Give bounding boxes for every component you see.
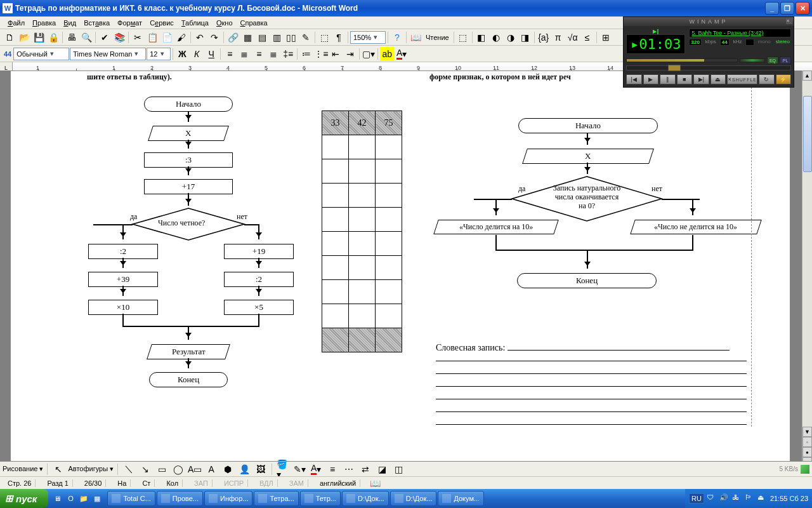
winamp-volume-slider[interactable] (626, 58, 738, 62)
excel-icon[interactable]: ▥ (270, 30, 284, 44)
math2-icon[interactable]: ◐ (489, 30, 503, 44)
task-item[interactable]: Тетр... (300, 491, 341, 506)
numbering-icon[interactable]: ≔ (299, 47, 313, 61)
size-combo[interactable]: 12▾ (147, 48, 171, 60)
draw-menu[interactable]: Рисование ▾ (3, 465, 43, 473)
formula2-icon[interactable]: π (551, 30, 565, 44)
browse-object-icon[interactable]: ● (802, 447, 812, 457)
scroll-down-icon[interactable]: ▼ (802, 427, 812, 437)
undo-icon[interactable]: ↶ (193, 30, 207, 44)
align-right-icon[interactable]: ≡ (252, 47, 266, 61)
menu-file[interactable]: Файл (4, 18, 29, 28)
menu-view[interactable]: Вид (60, 18, 80, 28)
show-marks-icon[interactable]: ¶ (332, 30, 346, 44)
menu-insert[interactable]: Вставка (80, 18, 114, 28)
task-item[interactable]: Тетра... (254, 491, 298, 506)
format-painter-icon[interactable]: 🖌 (174, 30, 188, 44)
shadow-icon[interactable]: ◪ (375, 462, 389, 476)
ql-desktop-icon[interactable]: 🖥 (51, 491, 63, 505)
math3-icon[interactable]: ◑ (504, 30, 518, 44)
tray-clock[interactable]: 21:55 Сб 23 (770, 495, 808, 502)
new-doc-icon[interactable]: 🗋 (3, 30, 16, 44)
task-item[interactable]: D:\Док... (390, 491, 437, 506)
formula1-icon[interactable]: {a} (537, 30, 551, 44)
textbox-icon[interactable]: A▭ (188, 462, 202, 476)
reading-label[interactable]: Чтение (423, 34, 452, 41)
formula3-icon[interactable]: √α (566, 30, 580, 44)
winamp-play-icon[interactable]: ▶ (643, 74, 659, 84)
ql-folder-icon[interactable]: 📁 (77, 491, 90, 505)
align-justify-icon[interactable]: ≣ (266, 47, 280, 61)
start-button[interactable]: ⊞пуск (0, 489, 48, 508)
status-book-icon[interactable]: 📖 (368, 476, 382, 490)
winamp-track[interactable]: 5. Bahh Tee - Разные (3:42) (689, 29, 791, 37)
task-item[interactable]: Докум... (438, 491, 484, 506)
vertical-scrollbar[interactable]: ▲ ▼ ◦ ● ◦ (802, 70, 812, 475)
highlight-icon[interactable]: ab (380, 47, 394, 61)
winamp-stop-icon[interactable]: ■ (677, 74, 693, 84)
font-combo[interactable]: Times New Roman▾ (70, 48, 146, 60)
columns-icon[interactable]: ▯▯ (284, 30, 298, 44)
tray-volume-icon[interactable]: 🔊 (719, 493, 730, 504)
winamp-balance-slider[interactable] (740, 58, 765, 62)
spellcheck-icon[interactable]: ✔ (98, 30, 112, 44)
bullets-icon[interactable]: ⋮≡ (314, 47, 328, 61)
winamp-player[interactable]: WINAMP× ▶‖ ▸01:03 5. Bahh Tee - Разные (… (623, 17, 794, 88)
scroll-thumb[interactable] (803, 96, 812, 172)
math4-icon[interactable]: ◨ (518, 30, 532, 44)
prev-page-icon[interactable]: ◦ (802, 437, 812, 447)
winamp-next-icon[interactable]: ▶| (693, 74, 709, 84)
oval-icon[interactable]: ◯ (171, 462, 185, 476)
line-color-icon[interactable]: ✎▾ (292, 462, 306, 476)
line-style-icon[interactable]: ≡ (325, 462, 339, 476)
tables-borders-icon[interactable]: ▦ (240, 30, 254, 44)
minimize-button[interactable]: _ (765, 2, 779, 15)
close-button[interactable]: ✕ (796, 2, 809, 15)
task-item[interactable]: Инфор... (204, 491, 252, 506)
3d-icon[interactable]: ◫ (391, 462, 405, 476)
clipart-icon[interactable]: 👤 (237, 462, 251, 476)
menu-format[interactable]: Формат (114, 18, 146, 28)
tray-network-icon[interactable]: 🖧 (732, 493, 742, 504)
task-item[interactable]: Прове... (157, 491, 203, 506)
ql-app-icon[interactable]: ▦ (91, 491, 103, 505)
status-lang[interactable]: английский (316, 479, 360, 487)
select-icon[interactable]: ↖ (51, 462, 65, 476)
tray-lang[interactable]: RU (689, 493, 704, 504)
style-combo[interactable]: Обычный▾ (13, 48, 69, 60)
formula4-icon[interactable]: ≤ (580, 30, 594, 44)
winamp-progress[interactable] (626, 65, 791, 70)
math1-icon[interactable]: ◧ (475, 30, 488, 44)
winamp-lightning-icon[interactable]: ⚡ (776, 74, 792, 84)
maximize-button[interactable]: ❐ (780, 2, 794, 15)
drawing-icon[interactable]: ✎ (299, 30, 313, 44)
task-item[interactable]: D:\Док... (342, 491, 389, 506)
copy-icon[interactable]: 📋 (145, 30, 159, 44)
winamp-pl-button[interactable]: PL (780, 57, 791, 64)
arrow-style-icon[interactable]: ⇄ (358, 462, 372, 476)
wordart-icon[interactable]: A (204, 462, 218, 476)
reading-icon[interactable]: 📖 (409, 30, 422, 44)
task-item[interactable]: Total C... (107, 491, 155, 506)
outdent-icon[interactable]: ⇤ (329, 47, 343, 61)
fill-color-icon[interactable]: 🪣▾ (276, 462, 290, 476)
winamp-repeat-icon[interactable]: ↻ (759, 74, 775, 84)
arrow-tool-icon[interactable]: ↘ (138, 462, 152, 476)
italic-icon[interactable]: К (190, 47, 204, 61)
winamp-shuffle-button[interactable]: ⤨ SHUFFLE (727, 74, 757, 84)
hyperlink-icon[interactable]: 🔗 (226, 30, 240, 44)
winamp-titlebar[interactable]: WINAMP× (624, 17, 794, 26)
menu-window[interactable]: Окно (213, 18, 237, 28)
autoshapes-menu[interactable]: Автофигуры ▾ (68, 465, 114, 473)
help-icon[interactable]: ? (390, 30, 404, 44)
diagram-icon[interactable]: ⬢ (221, 462, 235, 476)
menu-help[interactable]: Справка (237, 18, 272, 28)
tray-flag-icon[interactable]: 🏳 (745, 493, 755, 504)
research-icon[interactable]: 📚 (112, 30, 126, 44)
picture-icon[interactable]: 🖼 (254, 462, 268, 476)
indent-icon[interactable]: ⇥ (343, 47, 357, 61)
align-center-icon[interactable]: ≣ (237, 47, 251, 61)
tray-usb-icon[interactable]: ⏏ (757, 493, 768, 504)
open-icon[interactable]: 📂 (17, 30, 31, 44)
permissions-icon[interactable]: 🔒 (46, 30, 60, 44)
